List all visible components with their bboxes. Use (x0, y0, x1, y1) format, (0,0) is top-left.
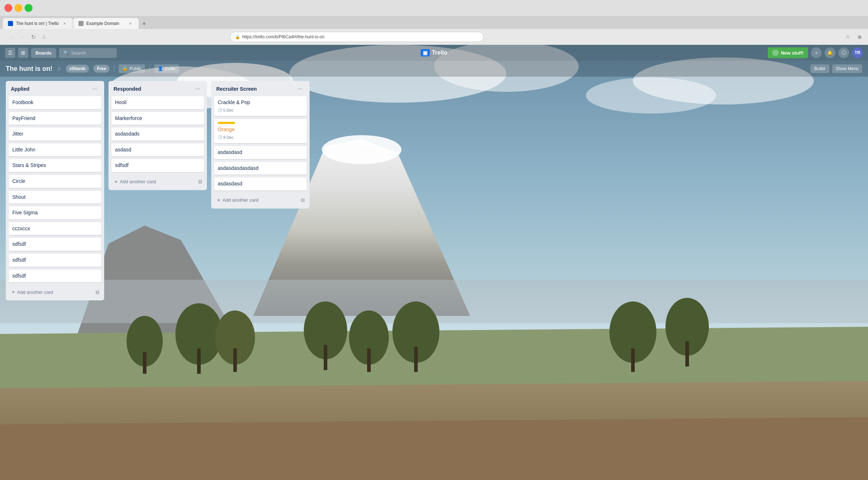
visibility-button[interactable]: 🔓 Public (119, 64, 145, 73)
card-little-john[interactable]: Little John (9, 143, 101, 157)
card-cczxccx-text: cczxccx (12, 226, 30, 231)
butler-label: Butler (814, 66, 825, 71)
add-card-recruiter-icon: + (217, 197, 220, 203)
minimize-traffic-light[interactable] (14, 4, 22, 12)
list-recruiter-menu-button[interactable]: ··· (296, 85, 305, 93)
card-orange-date: 🕐 9 Dec (218, 135, 303, 140)
hamburger-button[interactable]: ☰ (5, 48, 15, 58)
extensions-icon[interactable]: ⊕ (856, 33, 864, 41)
board-star-button[interactable]: ☆ (57, 66, 61, 72)
list-applied: Applied ··· Footbook PayFriend Jitter Li… (6, 81, 104, 300)
home-nav-button[interactable]: ⊞ (18, 48, 28, 58)
card-recruiter-asdasdasd[interactable]: asdasdasd (214, 146, 307, 159)
card-sdfsdf-1-text: sdfsdf (12, 241, 26, 247)
search-button[interactable]: 🔍 Search (59, 48, 117, 58)
list-applied-footer: + Add another card ⊟ (6, 285, 104, 300)
list-responded-title: Responded (114, 86, 193, 92)
columns-area: Applied ··· Footbook PayFriend Jitter Li… (0, 77, 315, 480)
notification-button[interactable]: 🔔 (825, 47, 835, 58)
card-recruiter-asdasdasd2[interactable]: asdasdasd (214, 177, 307, 190)
user-avatar[interactable]: TR (852, 47, 863, 58)
add-nav-button[interactable]: + (811, 47, 822, 58)
new-stuff-button[interactable]: New stuff! (768, 47, 808, 58)
card-circle[interactable]: Circle (9, 175, 101, 188)
board-header: The hunt is on! ☆ z0ltanik Free 🔓 Public… (0, 61, 868, 77)
tab-trello[interactable]: The hunt is on! | Trello × (3, 18, 73, 29)
clock-icon-2: 🕐 (218, 135, 222, 140)
new-tab-button[interactable]: + (139, 19, 149, 29)
new-stuff-avatar (772, 50, 779, 56)
forward-button[interactable]: › (18, 33, 27, 41)
card-orange-text: Orange (218, 127, 235, 132)
card-footbook-text: Footbook (12, 99, 33, 105)
back-button[interactable]: ‹ (7, 33, 16, 41)
card-recruiter-asdasdasd-text: asdasdasd (218, 149, 242, 155)
add-card-recruiter-button[interactable]: + Add another card (214, 195, 299, 206)
list-responded-cards: Hooli Markerforce asdasdads asdasd sdfsd… (109, 96, 207, 175)
close-traffic-light[interactable] (4, 4, 12, 12)
boards-button[interactable]: Boards (31, 48, 56, 58)
list-responded-footer: + Add another card ⊟ (109, 175, 207, 190)
visibility-icon: 🔓 (122, 66, 128, 71)
add-card-responded-icon: + (114, 179, 118, 185)
card-recruiter-asdasdasdasdasd[interactable]: asdasdasdasdasd (214, 162, 307, 175)
card-responded-sdfsdf[interactable]: sdfsdf (111, 159, 204, 172)
info-button[interactable]: ⓘ (838, 47, 849, 58)
archive-responded-button[interactable]: ⊟ (196, 177, 204, 186)
archive-recruiter-button[interactable]: ⊟ (299, 196, 307, 205)
card-sdfsdf-1[interactable]: sdfsdf (9, 238, 101, 251)
card-orange-date-text: 9 Dec (223, 135, 234, 140)
list-responded-menu-button[interactable]: ··· (193, 85, 202, 93)
tab-close-example[interactable]: × (128, 21, 133, 26)
card-stars-stripes[interactable]: Stars & Stripes (9, 159, 101, 172)
address-bar-row: ‹ › ↻ ⌂ 🔒 https://trello.com/b/Pt6Ca4H/t… (0, 29, 868, 45)
list-recruiter-cards: Crackle & Pop 🕐 5 Dec Orange 🕐 9 D (211, 96, 310, 193)
board-header-divider (114, 65, 114, 72)
card-asdasd[interactable]: asdasd (111, 143, 204, 157)
nav-controls: ‹ › ↻ ⌂ (7, 33, 48, 41)
card-jitter[interactable]: Jitter (9, 128, 101, 141)
list-applied-menu-button[interactable]: ··· (90, 85, 99, 93)
home-button[interactable]: ⌂ (40, 33, 48, 41)
card-five-sigma[interactable]: Five Sigma (9, 206, 101, 219)
bookmark-icon[interactable]: ☆ (844, 33, 852, 41)
card-crackle-pop-text: Crackle & Pop (218, 99, 250, 105)
add-card-responded-label: Add another card (120, 179, 156, 184)
tab-favicon-trello (8, 21, 13, 26)
address-bar[interactable]: 🔒 https://trello.com/b/Pt6Ca4H/the-hunt-… (230, 32, 484, 42)
url-text: https://trello.com/b/Pt6Ca4H/the-hunt-is… (242, 34, 324, 39)
list-applied-header: Applied ··· (6, 81, 104, 96)
board-canvas: Applied ··· Footbook PayFriend Jitter Li… (0, 77, 868, 480)
search-placeholder: Search (71, 50, 86, 56)
list-responded-header: Responded ··· (109, 81, 207, 96)
card-hooli[interactable]: Hooli (111, 96, 204, 109)
tab-close-trello[interactable]: × (62, 21, 68, 26)
card-orange[interactable]: Orange 🕐 9 Dec (214, 119, 307, 143)
card-asdasdads[interactable]: asdasdads (111, 128, 204, 141)
add-card-applied-button[interactable]: + Add another card (9, 287, 93, 297)
invite-button[interactable]: 👤 Invite (154, 64, 179, 73)
card-footbook[interactable]: Footbook (9, 96, 101, 109)
boards-button-label: Boards (35, 50, 52, 56)
list-recruiter-header: Recruiter Screen ··· (211, 81, 310, 96)
add-card-applied-icon: + (12, 289, 15, 295)
maximize-traffic-light[interactable] (25, 4, 33, 12)
card-cczxccx[interactable]: cczxccx (9, 222, 101, 235)
refresh-button[interactable]: ↻ (29, 33, 38, 41)
card-five-sigma-text: Five Sigma (12, 210, 38, 215)
butler-button[interactable]: Butler (810, 64, 829, 73)
card-sdfsdf-2[interactable]: sdfsdf (9, 254, 101, 267)
card-shout[interactable]: Shout (9, 191, 101, 204)
card-sdfsdf-3[interactable]: sdfsdf (9, 270, 101, 283)
archive-applied-button[interactable]: ⊟ (93, 288, 101, 296)
tab-label-example: Example Domain (86, 21, 119, 26)
show-menu-button[interactable]: Show Menu (832, 64, 862, 73)
card-payfriend[interactable]: PayFriend (9, 112, 101, 125)
new-stuff-label: New stuff! (781, 50, 804, 56)
tabs-bar: The hunt is on! | Trello × Example Domai… (0, 16, 868, 29)
add-card-responded-button[interactable]: + Add another card (111, 176, 196, 187)
card-markerforce[interactable]: Markerforce (111, 112, 204, 125)
card-crackle-pop[interactable]: Crackle & Pop 🕐 5 Dec (214, 96, 307, 116)
tab-example[interactable]: Example Domain × (73, 18, 139, 29)
board-title[interactable]: The hunt is on! (6, 65, 52, 73)
